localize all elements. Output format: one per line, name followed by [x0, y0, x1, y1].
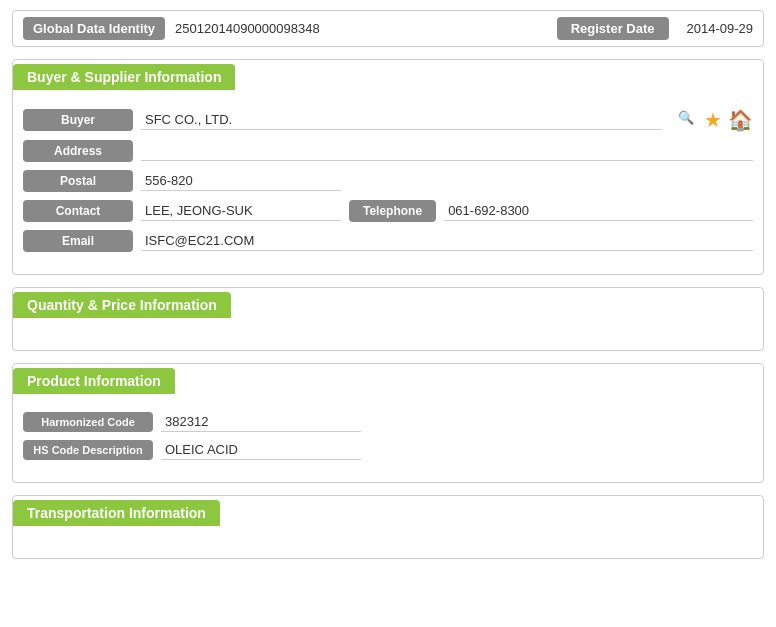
search-icon[interactable]: 🔍 [678, 110, 698, 130]
email-label: Email [23, 230, 133, 252]
address-row: Address [23, 140, 753, 162]
hs-code-desc-value: OLEIC ACID [161, 440, 361, 460]
buyer-value: SFC CO., LTD. [141, 110, 662, 130]
buyer-supplier-title: Buyer & Supplier Information [13, 64, 235, 90]
quantity-price-title: Quantity & Price Information [13, 292, 231, 318]
product-title: Product Information [13, 368, 175, 394]
postal-value: 556-820 [141, 171, 341, 191]
email-value: ISFC@EC21.COM [141, 231, 753, 251]
telephone-value: 061-692-8300 [444, 201, 753, 221]
global-data-bar: Global Data Identity 2501201409000009834… [12, 10, 764, 47]
hs-code-desc-label: HS Code Description [23, 440, 153, 460]
telephone-label: Telephone [349, 200, 436, 222]
buyer-supplier-section: Buyer & Supplier Information Buyer SFC C… [12, 59, 764, 275]
register-date-label: Register Date [557, 17, 669, 40]
harmonized-code-row: Harmonized Code 382312 [23, 412, 753, 432]
address-label: Address [23, 140, 133, 162]
contact-row: Contact LEE, JEONG-SUK Telephone 061-692… [23, 200, 753, 222]
hs-code-desc-row: HS Code Description OLEIC ACID [23, 440, 753, 460]
buyer-label: Buyer [23, 109, 133, 131]
transportation-section: Transportation Information [12, 495, 764, 559]
contact-label: Contact [23, 200, 133, 222]
global-data-value: 25012014090000098348 [175, 21, 547, 36]
buyer-row: Buyer SFC CO., LTD. 🔍 ★ 🏠 [23, 108, 753, 132]
harmonized-code-value: 382312 [161, 412, 361, 432]
harmonized-code-label: Harmonized Code [23, 412, 153, 432]
home-icon[interactable]: 🏠 [728, 108, 753, 132]
transportation-title: Transportation Information [13, 500, 220, 526]
global-data-label: Global Data Identity [23, 17, 165, 40]
buyer-icons: 🔍 ★ 🏠 [678, 108, 753, 132]
postal-label: Postal [23, 170, 133, 192]
postal-row: Postal 556-820 [23, 170, 753, 192]
register-date-value: 2014-09-29 [687, 21, 754, 36]
star-icon[interactable]: ★ [704, 108, 722, 132]
contact-value: LEE, JEONG-SUK [141, 201, 341, 221]
address-value [141, 141, 753, 161]
product-section: Product Information Harmonized Code 3823… [12, 363, 764, 483]
quantity-price-section: Quantity & Price Information [12, 287, 764, 351]
email-row: Email ISFC@EC21.COM [23, 230, 753, 252]
